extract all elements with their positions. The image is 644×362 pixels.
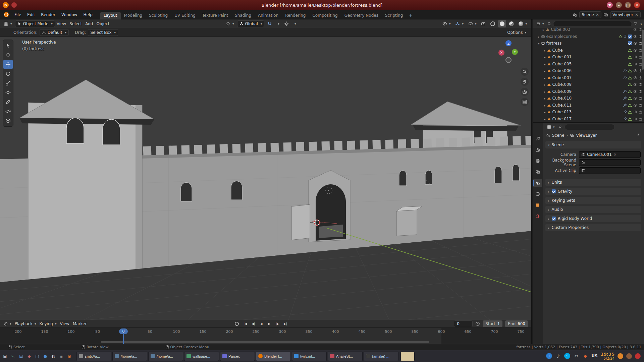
ptab-world[interactable]: [533, 190, 542, 198]
panel-keying-sets[interactable]: Keying Sets: [545, 197, 641, 204]
taskbar-window-parsec[interactable]: Parsec: [220, 352, 255, 361]
shading-rendered-button[interactable]: [517, 20, 529, 27]
eye-icon[interactable]: [633, 55, 637, 59]
properties-editor-type[interactable]: [545, 123, 556, 131]
tab-scripting[interactable]: Scripting: [382, 12, 406, 19]
frame-start-field[interactable]: Start 1: [483, 320, 502, 327]
expand-icon[interactable]: [544, 68, 546, 73]
menu-marker[interactable]: Marker: [71, 320, 88, 327]
terminal-icon[interactable]: >_: [9, 352, 17, 361]
file-manager-icon[interactable]: ▤: [17, 352, 25, 361]
tab-sculpting[interactable]: Sculpting: [146, 12, 171, 19]
taskbar-window-analiest[interactable]: AnalieSt...: [328, 352, 363, 361]
snap-toggle[interactable]: [266, 20, 274, 27]
menu-keying[interactable]: Keying: [38, 320, 58, 327]
axis-minus-z[interactable]: [505, 57, 512, 63]
scene-unlink-icon[interactable]: [596, 12, 599, 17]
camera-icon[interactable]: [639, 117, 643, 121]
shading-wireframe-button[interactable]: [489, 20, 497, 27]
expand-icon[interactable]: [543, 27, 544, 32]
timeline-ruler[interactable]: -200 -150 -100 -50 0 50 100 150 200 250 …: [0, 328, 531, 344]
expand-icon[interactable]: [544, 96, 546, 101]
outliner-row-cube009[interactable]: Cube.009: [533, 88, 644, 95]
menu-edit[interactable]: Edit: [24, 11, 38, 19]
jump-to-end-button[interactable]: ▶|: [282, 320, 289, 327]
play-reverse-button[interactable]: ◀: [258, 320, 265, 327]
tray-app-orange-icon[interactable]: [618, 353, 623, 359]
skype-tray-icon[interactable]: S: [564, 353, 570, 359]
tool-move[interactable]: [3, 60, 13, 69]
eye-icon[interactable]: [633, 117, 637, 121]
auto-keying-toggle[interactable]: [235, 322, 239, 326]
tab-modeling[interactable]: Modeling: [121, 12, 146, 19]
eye-icon[interactable]: [633, 48, 637, 52]
camera-view-button[interactable]: [521, 88, 529, 96]
screenshot-tray-icon[interactable]: ✂: [573, 353, 579, 359]
expand-icon[interactable]: [544, 75, 546, 80]
viewlayer-remove-icon[interactable]: [635, 12, 638, 17]
tab-layout[interactable]: Layout: [100, 12, 121, 19]
eye-icon[interactable]: [633, 62, 637, 66]
eye-icon[interactable]: [633, 76, 637, 80]
eye-icon[interactable]: [633, 96, 637, 100]
panel-units[interactable]: Units: [545, 179, 641, 186]
ptab-material[interactable]: [533, 212, 542, 220]
axis-y[interactable]: Y: [512, 49, 518, 55]
outliner-row-examplecornes[interactable]: examplecornes 3: [533, 33, 644, 40]
outliner-search-input[interactable]: [553, 21, 632, 27]
tab-rendering[interactable]: Rendering: [282, 12, 309, 19]
next-keyframe-button[interactable]: |▶: [274, 320, 281, 327]
taskbar-window-blender[interactable]: Blender [...: [256, 352, 291, 361]
eye-icon[interactable]: [633, 82, 637, 86]
app-menu-icon[interactable]: ▣: [1, 352, 9, 361]
breadcrumb-viewlayer[interactable]: ViewLayer: [576, 133, 597, 138]
maximize-button[interactable]: ▢: [625, 2, 631, 8]
3d-viewport[interactable]: Object Mode View Select Add Object Globa…: [0, 19, 532, 320]
tab-texture-paint[interactable]: Texture Paint: [199, 12, 231, 19]
scene-selector[interactable]: Scene: [579, 11, 601, 18]
outliner-row-cube005[interactable]: Cube.005: [533, 61, 644, 68]
camera-icon[interactable]: [639, 103, 643, 107]
outliner-row-cube006[interactable]: Cube.006: [533, 67, 644, 74]
settings-icon[interactable]: ▢: [34, 352, 41, 361]
gravity-checkbox[interactable]: [552, 189, 556, 193]
active-clip-field[interactable]: [579, 167, 641, 174]
tool-annotate[interactable]: [3, 97, 13, 107]
outliner-scrollbar[interactable]: [642, 29, 644, 70]
transform-orientation-dropdown[interactable]: Global: [237, 20, 265, 27]
ptab-object[interactable]: [533, 201, 542, 209]
titlebar[interactable]: b Blender [/home/amalie/Desktop/blender/…: [0, 0, 644, 10]
outliner-row-cube003[interactable]: Cube.003: [533, 26, 644, 33]
pivot-point-dropdown[interactable]: [224, 20, 236, 27]
properties-search-input[interactable]: [565, 124, 615, 130]
tab-shading[interactable]: Shading: [231, 12, 255, 19]
proportional-edit-toggle[interactable]: [282, 20, 290, 27]
timeline-editor-type[interactable]: [2, 320, 13, 327]
tab-uv-editing[interactable]: UV Editing: [171, 12, 199, 19]
axis-x[interactable]: X: [498, 50, 504, 56]
add-workspace-button[interactable]: +: [406, 12, 415, 19]
expand-icon[interactable]: [538, 41, 540, 46]
tool-cursor[interactable]: [3, 50, 13, 60]
eye-icon[interactable]: [633, 41, 637, 45]
eye-icon[interactable]: [633, 69, 637, 73]
object-visibility-dropdown[interactable]: [441, 20, 452, 27]
xray-toggle[interactable]: [479, 20, 487, 27]
filter-icon[interactable]: [634, 22, 638, 26]
window-menu-icon[interactable]: [11, 2, 17, 8]
zoom-view-button[interactable]: [521, 68, 529, 76]
eye-icon[interactable]: [633, 103, 637, 107]
ptab-view-layer[interactable]: [533, 168, 542, 176]
camera-icon[interactable]: [639, 110, 643, 114]
expand-icon[interactable]: [538, 34, 540, 39]
keep-above-button[interactable]: ♥: [607, 2, 613, 8]
tab-geometry-nodes[interactable]: Geometry Nodes: [341, 12, 382, 19]
taskbar-window-amalie[interactable]: (amalie) ...: [364, 352, 398, 361]
taskbar-window-smb[interactable]: smb://a...: [76, 352, 111, 361]
collection-checkbox[interactable]: [628, 35, 632, 39]
overlays-dropdown[interactable]: [467, 20, 478, 27]
menu-select[interactable]: Select: [68, 20, 84, 27]
jump-to-start-button[interactable]: |◀: [241, 320, 249, 327]
expand-icon[interactable]: [544, 48, 546, 53]
orientation-setting-dropdown[interactable]: Default: [40, 29, 69, 36]
